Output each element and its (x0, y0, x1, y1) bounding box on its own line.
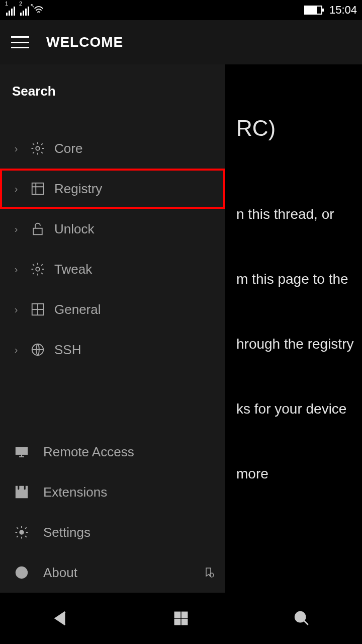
background-line: m this page to the (236, 269, 362, 289)
svg-point-0 (36, 146, 40, 150)
wifi-icon: ↖ (33, 5, 44, 16)
sidebar-item-label: Remote Access (43, 444, 134, 460)
background-line: n this thread, or (236, 204, 362, 224)
svg-rect-2 (33, 228, 42, 235)
sidebar-item-registry[interactable]: › Registry (0, 169, 225, 209)
sidebar: Search › Core › Registry › Unlock › (0, 64, 225, 593)
svg-rect-11 (182, 612, 187, 617)
gear-icon (30, 141, 45, 156)
background-line: ks for your device (236, 399, 362, 419)
svg-point-9 (210, 573, 214, 577)
svg-point-3 (36, 267, 40, 271)
svg-rect-10 (174, 612, 180, 617)
background-line: hrough the registry (236, 334, 362, 354)
unlock-icon (30, 221, 45, 236)
sidebar-item-extensions[interactable]: Extensions (0, 472, 225, 512)
battery-icon (304, 6, 322, 15)
sidebar-item-ssh[interactable]: › SSH (0, 330, 225, 370)
status-bar: 1 2 ↖ 15:04 (0, 0, 362, 20)
back-button[interactable] (50, 608, 71, 629)
chevron-right-icon: › (11, 143, 21, 154)
svg-rect-6 (16, 447, 28, 454)
sidebar-item-about[interactable]: About (0, 552, 225, 593)
puzzle-icon (14, 485, 29, 500)
grid-icon (30, 302, 45, 317)
sidebar-item-label: Registry (54, 181, 102, 197)
sidebar-item-settings[interactable]: Settings (0, 512, 225, 552)
svg-rect-12 (174, 619, 180, 624)
sidebar-item-label: Core (54, 141, 82, 156)
home-button[interactable] (170, 608, 192, 629)
bookmark-badge-icon (203, 567, 215, 579)
background-title: RC) (236, 113, 362, 144)
svg-rect-1 (32, 183, 44, 195)
sidebar-item-label: Settings (43, 525, 90, 540)
page-title: WELCOME (46, 34, 123, 50)
sidebar-item-label: General (54, 302, 101, 317)
app-header: WELCOME (0, 20, 362, 64)
sidebar-item-remote-access[interactable]: Remote Access (0, 432, 225, 472)
chevron-right-icon: › (11, 304, 21, 315)
status-time: 15:04 (329, 4, 357, 17)
search-button[interactable] (291, 608, 312, 629)
svg-point-14 (295, 612, 305, 622)
info-icon (14, 565, 29, 580)
sidebar-item-tweak[interactable]: › Tweak (0, 249, 225, 289)
hamburger-menu-button[interactable] (11, 36, 29, 48)
gear-icon (30, 262, 45, 277)
sidebar-item-label: About (43, 565, 77, 581)
sidebar-item-label: Tweak (54, 262, 92, 277)
chevron-right-icon: › (11, 223, 21, 235)
gear-icon (14, 525, 29, 540)
signal-sim1: 1 (5, 6, 15, 16)
chevron-right-icon: › (11, 183, 21, 195)
globe-icon (30, 342, 45, 357)
sidebar-item-label: Unlock (54, 221, 94, 237)
monitor-icon (14, 444, 29, 459)
system-nav-bar (0, 593, 362, 644)
chevron-right-icon: › (11, 264, 21, 275)
signal-sim2: 2 (19, 6, 29, 16)
registry-icon (30, 181, 45, 196)
search-label[interactable]: Search (0, 64, 225, 108)
sidebar-item-core[interactable]: › Core (0, 128, 225, 169)
chevron-right-icon: › (11, 344, 21, 356)
sidebar-item-general[interactable]: › General (0, 289, 225, 330)
svg-point-7 (20, 530, 24, 534)
sidebar-item-label: SSH (54, 342, 81, 358)
sidebar-item-label: Extensions (43, 485, 107, 500)
sidebar-item-unlock[interactable]: › Unlock (0, 209, 225, 249)
background-line: more (236, 464, 362, 484)
svg-rect-13 (182, 619, 187, 624)
